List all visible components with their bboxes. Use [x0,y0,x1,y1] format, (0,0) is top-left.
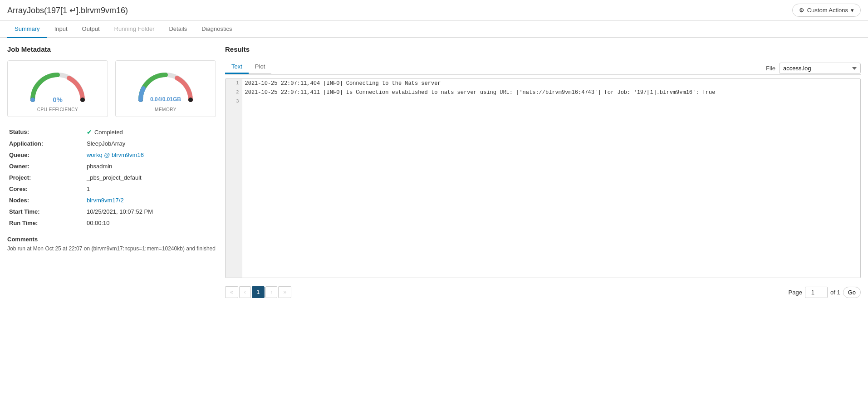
metadata-value: 00:00:10 [85,217,216,229]
metadata-label: Run Time: [7,217,85,229]
metadata-label: Status: [7,126,85,138]
of-label: of 1 [830,289,840,296]
results-tab-plot[interactable]: Plot [249,60,271,74]
main-tabs: SummaryInputOutputRunning FolderDetailsD… [0,21,868,38]
gear-icon: ⚙ [799,7,804,14]
metadata-value: pbsadmin [85,161,216,172]
metadata-value: ✔Completed [85,126,216,138]
log-line-content: 2021-10-25 22:07:11,411 [INFO] Is Connec… [242,88,860,97]
metadata-row: Owner:pbsadmin [7,161,216,172]
metadata-label: Cores: [7,183,85,195]
comments-section: Comments Job run at Mon Oct 25 at 22:07 … [7,236,216,253]
tab-diagnostics[interactable]: Diagnostics [194,21,239,38]
results-tab-text[interactable]: Text [225,60,249,74]
main-content: Job Metadata [0,38,868,310]
log-line-number: 3 [226,97,242,105]
page-title: ArrayJobs(197[1 ↵].blrvm9vm16) [7,5,128,15]
log-line-content: 2021-10-25 22:07:11,404 [INFO] Connectin… [242,79,860,88]
page-nav: « ‹ 1 › » [225,286,291,298]
tab-details[interactable]: Details [162,21,194,38]
page-1-button[interactable]: 1 [252,286,265,298]
log-row: 3 [226,97,860,105]
page-label: Page [789,289,802,296]
metadata-label: Start Time: [7,206,85,217]
memory-gauge-card: 0.04/0.01GB MEMORY [115,60,216,117]
results-title: Results [225,45,861,53]
page-input[interactable] [805,287,828,298]
metadata-row: Queue:workq @ blrvm9vm16 [7,149,216,161]
memory-label: MEMORY [155,107,177,112]
pagination: « ‹ 1 › » Page of 1 Go [225,282,861,303]
tab-input[interactable]: Input [47,21,75,38]
metadata-value: _pbs_project_default [85,172,216,183]
metadata-label: Application: [7,138,85,149]
chevron-down-icon: ▾ [851,7,854,14]
metadata-row: Cores:1 [7,183,216,195]
tab-running-folder: Running Folder [107,21,162,38]
comments-title: Comments [7,236,216,243]
metadata-label: Project: [7,172,85,183]
results-tabs: TextPlot [225,60,271,74]
log-line-content [242,97,860,105]
metadata-row: Status:✔Completed [7,126,216,138]
metadata-label: Queue: [7,149,85,161]
cpu-value: 0% [53,96,63,103]
log-line-number: 1 [226,79,242,88]
page-goto: Page of 1 Go [789,287,861,298]
gauges-row: 0% CPU EFFICIENCY [7,60,216,117]
prev-page-button[interactable]: ‹ [239,286,251,298]
metadata-row: Nodes:blrvm9vm17/2 [7,195,216,206]
cpu-label: CPU EFFICIENCY [37,107,78,112]
metadata-label: Nodes: [7,195,85,206]
job-metadata-title: Job Metadata [7,45,216,53]
file-label: File [766,65,775,72]
file-selector: File access.log [766,63,861,74]
svg-point-3 [188,98,193,102]
memory-value: 0.04/0.01GB [150,96,181,103]
metadata-table: Status:✔CompletedApplication:SleepJobArr… [7,126,216,229]
left-panel: Job Metadata [7,45,216,303]
tab-summary[interactable]: Summary [7,21,47,38]
go-button[interactable]: Go [843,287,861,298]
next-page-button[interactable]: › [265,286,277,298]
log-line-number: 2 [226,88,242,97]
metadata-value: SleepJobArray [85,138,216,149]
log-row: 12021-10-25 22:07:11,404 [INFO] Connecti… [226,79,860,88]
memory-gauge-svg: 0.04/0.01GB [136,68,195,104]
custom-actions-button[interactable]: ⚙ Custom Actions ▾ [792,4,861,17]
metadata-row: Start Time:10/25/2021, 10:07:52 PM [7,206,216,217]
metadata-label: Owner: [7,161,85,172]
first-page-button[interactable]: « [225,286,238,298]
log-row: 22021-10-25 22:07:11,411 [INFO] Is Conne… [226,88,860,97]
results-tabs-row: TextPlot File access.log [225,60,861,75]
comments-text: Job run at Mon Oct 25 at 22:07 on (blrvm… [7,245,216,253]
metadata-row: Run Time:00:00:10 [7,217,216,229]
file-dropdown[interactable]: access.log [779,63,861,74]
cpu-gauge-svg: 0% [28,68,87,104]
metadata-value: 1 [85,183,216,195]
svg-point-1 [80,98,85,102]
tab-output[interactable]: Output [75,21,107,38]
metadata-value[interactable]: blrvm9vm17/2 [85,195,216,206]
metadata-value[interactable]: workq @ blrvm9vm16 [85,149,216,161]
last-page-button[interactable]: » [278,286,291,298]
log-table: 12021-10-25 22:07:11,404 [INFO] Connecti… [226,79,860,278]
metadata-value: 10/25/2021, 10:07:52 PM [85,206,216,217]
metadata-row: Application:SleepJobArray [7,138,216,149]
log-container: 12021-10-25 22:07:11,404 [INFO] Connecti… [225,78,861,278]
cpu-gauge-card: 0% CPU EFFICIENCY [7,60,108,117]
page-header: ArrayJobs(197[1 ↵].blrvm9vm16) ⚙ Custom … [0,0,868,21]
right-panel: Results TextPlot File access.log 12021-1… [225,45,861,303]
metadata-row: Project:_pbs_project_default [7,172,216,183]
